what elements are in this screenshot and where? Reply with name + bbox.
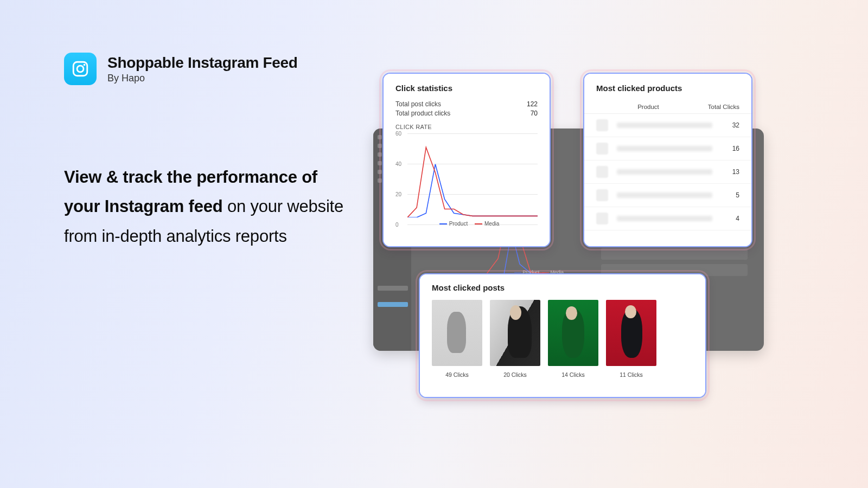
products-table-header: Product Total Clicks <box>584 100 751 114</box>
product-thumb <box>596 166 608 178</box>
post-image <box>548 300 598 366</box>
stat-value: 70 <box>531 110 538 117</box>
most-clicked-products-card: Most clicked products Product Total Clic… <box>583 73 752 247</box>
post-caption: 14 Clicks <box>561 371 585 378</box>
instagram-icon <box>71 60 90 78</box>
click-statistics-card: Click statistics Total post clicks 122 T… <box>382 73 551 247</box>
post-image <box>432 300 482 366</box>
product-thumb <box>596 213 608 224</box>
product-name-blurred <box>617 192 712 198</box>
app-byline: By Hapo <box>107 73 298 84</box>
app-icon <box>64 53 97 85</box>
chart-legend: Product Media <box>395 221 538 227</box>
product-name-blurred <box>617 169 712 175</box>
product-clicks: 16 <box>712 145 739 152</box>
product-clicks: 32 <box>712 121 739 129</box>
post-caption: 49 Clicks <box>445 371 469 378</box>
most-clicked-posts-card: Most clicked posts 49 Clicks20 Clicks14 … <box>419 273 706 398</box>
product-row[interactable]: 16 <box>584 137 751 160</box>
svg-rect-0 <box>73 62 87 76</box>
col-total-clicks: Total Clicks <box>700 104 739 110</box>
product-name-blurred <box>617 146 712 151</box>
product-row[interactable]: 32 <box>584 114 751 137</box>
product-row[interactable]: 4 <box>584 207 751 230</box>
post-item[interactable]: 20 Clicks <box>490 300 540 378</box>
post-caption: 11 Clicks <box>620 371 643 378</box>
product-thumb <box>596 119 608 131</box>
post-image <box>490 300 540 366</box>
stat-value: 122 <box>527 100 538 108</box>
product-clicks: 5 <box>712 191 739 199</box>
click-rate-label: CLICK RATE <box>395 124 538 130</box>
app-title: Shoppable Instagram Feed <box>107 54 298 72</box>
stat-row: Total product clicks 70 <box>395 110 538 117</box>
post-item[interactable]: 49 Clicks <box>432 300 482 378</box>
series-product <box>407 164 538 217</box>
svg-point-1 <box>77 66 84 72</box>
product-thumb <box>596 143 608 155</box>
product-row[interactable]: 13 <box>584 160 751 184</box>
app-title-block: Shoppable Instagram Feed By Hapo <box>107 54 298 84</box>
post-image <box>606 300 656 366</box>
post-item[interactable]: 11 Clicks <box>606 300 656 378</box>
stat-label: Total product clicks <box>395 110 450 117</box>
col-product: Product <box>596 104 700 110</box>
click-rate-chart: 60 40 20 0 Product Media <box>395 133 538 226</box>
product-clicks: 4 <box>712 215 739 222</box>
product-thumb <box>596 189 608 201</box>
legend-media: Media <box>484 221 499 227</box>
product-row[interactable]: 5 <box>584 184 751 207</box>
tagline: View & track the performance of your Ins… <box>64 163 352 251</box>
product-name-blurred <box>617 123 712 128</box>
svg-point-2 <box>84 64 86 66</box>
product-name-blurred <box>617 216 712 221</box>
click-statistics-title: Click statistics <box>395 84 538 93</box>
most-clicked-products-title: Most clicked products <box>584 84 751 93</box>
product-clicks: 13 <box>712 168 739 176</box>
legend-product: Product <box>449 221 468 227</box>
stat-row: Total post clicks 122 <box>395 100 538 108</box>
stat-label: Total post clicks <box>395 100 441 108</box>
post-item[interactable]: 14 Clicks <box>548 300 598 378</box>
most-clicked-posts-title: Most clicked posts <box>432 283 693 292</box>
post-caption: 20 Clicks <box>503 371 527 378</box>
app-header: Shoppable Instagram Feed By Hapo <box>64 53 298 85</box>
